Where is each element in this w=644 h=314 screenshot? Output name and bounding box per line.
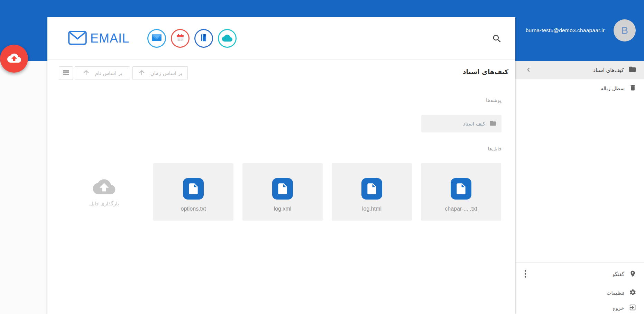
sort-arrow-up-icon [138, 69, 146, 77]
file-icon [272, 178, 293, 200]
gear-icon [629, 289, 636, 297]
sort-arrow-up-icon [82, 69, 90, 77]
sidebar-item-trash[interactable]: سطل زباله [515, 79, 644, 98]
sidebar-item-label: گفتگو [613, 271, 624, 277]
app-switcher [147, 29, 237, 48]
mail-icon [151, 34, 162, 43]
file-name: log.html [362, 206, 381, 212]
cloud-upload-icon [7, 51, 21, 66]
more-options-button[interactable] [521, 269, 531, 280]
calendar-icon [176, 33, 185, 44]
account-email: burna-test5@demo3.chaapaar.ir [526, 27, 605, 34]
account-area[interactable]: burna-test5@demo3.chaapaar.ir B [526, 0, 636, 61]
sort-by-name-label: بر اساس نام [95, 70, 122, 76]
calendar-app-button[interactable] [171, 29, 190, 48]
contacts-app-button[interactable] [194, 29, 213, 48]
file-icon [361, 178, 382, 200]
sidebar-item-settings[interactable]: تنظیمات [515, 285, 644, 301]
sidebar-footer: گفتگو تنظیمات خروج [515, 262, 644, 314]
file-name: options.txt [181, 206, 206, 212]
files-grid: بارگذاری فایل options.txt log.xml log.ht… [64, 163, 501, 221]
logo-text: EMAIL [90, 31, 129, 46]
file-card[interactable]: log.html [332, 163, 412, 221]
panel-header: EMAIL [47, 17, 515, 60]
sidebar-item-label: تنظیمات [607, 290, 624, 296]
upload-file-dropzone[interactable]: بارگذاری فایل [64, 163, 144, 221]
app-logo[interactable]: EMAIL [67, 30, 129, 47]
file-card[interactable]: options.txt [153, 163, 233, 221]
mail-app-button[interactable] [147, 29, 166, 48]
search-button[interactable] [492, 34, 502, 44]
logout-icon [629, 304, 636, 313]
main-panel: EMAIL [47, 17, 515, 314]
page-title: کیف‌های اسناد [463, 68, 508, 75]
sidebar-item-label: خروج [613, 305, 624, 311]
folder-name: کیف اسناد [463, 121, 485, 127]
sidebar-item-chat[interactable]: گفتگو [515, 266, 644, 283]
sidebar-item-document-bags[interactable]: کیف‌های اسناد [515, 61, 644, 79]
avatar[interactable]: B [614, 19, 636, 41]
list-view-icon [62, 68, 70, 78]
sidebar-item-logout[interactable]: خروج [515, 300, 644, 314]
folder-card[interactable]: کیف اسناد [421, 115, 502, 132]
file-icon [451, 178, 471, 200]
logo-envelope-icon [67, 30, 88, 47]
upload-file-label: بارگذاری فایل [89, 201, 119, 207]
list-view-toggle[interactable] [59, 66, 73, 80]
folder-icon [628, 65, 636, 75]
cloud-app-button[interactable] [218, 29, 237, 48]
sidebar-item-label: کیف‌های اسناد [593, 67, 624, 73]
sidebar: کیف‌های اسناد سطل زباله گفتگو تنظیمات [515, 61, 644, 314]
upload-fab[interactable] [0, 45, 28, 73]
chat-pin-icon [629, 270, 636, 279]
chevron-left-icon[interactable] [525, 66, 532, 73]
file-card[interactable]: log.xml [242, 163, 323, 221]
file-name: log.xml [274, 206, 292, 212]
sort-by-name-button[interactable]: بر اساس نام [75, 66, 130, 80]
book-icon [199, 33, 208, 44]
files-section-label: فایل‌ها [488, 146, 502, 152]
sort-by-time-button[interactable]: بر اساس زمان [132, 66, 188, 80]
cloud-upload-icon [92, 177, 116, 197]
avatar-letter: B [621, 25, 628, 36]
file-name: chapar-... .txt [445, 206, 477, 212]
folders-section-label: پوشه‌ها [486, 97, 502, 103]
trash-icon [629, 84, 636, 93]
sort-by-time-label: بر اساس زمان [150, 70, 182, 76]
file-icon [183, 178, 204, 200]
cloud-icon [222, 34, 232, 43]
sidebar-item-label: سطل زباله [600, 85, 625, 92]
search-icon [492, 39, 502, 45]
folder-icon [489, 120, 497, 128]
file-card[interactable]: chapar-... .txt [421, 163, 501, 221]
